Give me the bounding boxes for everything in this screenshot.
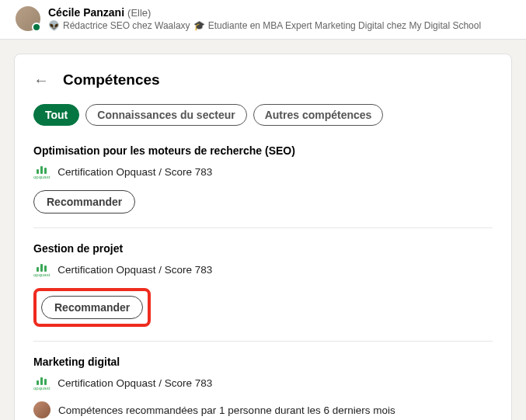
opquast-icon: opquast bbox=[33, 262, 50, 277]
tab-industry[interactable]: Connaissances du secteur bbox=[85, 104, 246, 126]
headline-part: Etudiante en MBA Expert Marketing Digita… bbox=[208, 20, 482, 31]
recommend-button[interactable]: Recommander bbox=[33, 190, 135, 213]
certification-row[interactable]: opquast Certification Opquast / Score 78… bbox=[33, 262, 493, 277]
presence-indicator-icon bbox=[32, 23, 41, 32]
opquast-icon: opquast bbox=[33, 376, 50, 390]
emoji-icon: 🎓 bbox=[193, 20, 205, 31]
certification-text: Certification Opquast / Score 783 bbox=[57, 264, 212, 276]
header-text: Cécile Panzani (Elle) 👽 Rédactrice SEO c… bbox=[48, 6, 481, 31]
profile-name[interactable]: Cécile Panzani bbox=[48, 6, 124, 19]
profile-headline: 👽 Rédactrice SEO chez Waalaxy 🎓 Etudiant… bbox=[48, 20, 481, 31]
tab-other[interactable]: Autres compétences bbox=[253, 104, 384, 126]
highlight-box: Recommander bbox=[33, 288, 151, 327]
recommend-button-label: Recommander bbox=[54, 301, 130, 314]
recommend-button[interactable]: Recommander bbox=[41, 296, 143, 319]
endorser-text: Compétences recommandées par 1 personne … bbox=[58, 404, 395, 416]
endorser-row[interactable]: Compétences recommandées par 1 personne … bbox=[33, 401, 493, 418]
headline-part: Rédactrice SEO chez Waalaxy bbox=[63, 20, 190, 31]
skill-title[interactable]: Optimisation pour les moteurs de recherc… bbox=[33, 144, 493, 157]
certification-text: Certification Opquast / Score 783 bbox=[57, 377, 212, 389]
skill-title[interactable]: Gestion de projet bbox=[33, 242, 493, 255]
tab-all[interactable]: Tout bbox=[33, 104, 79, 126]
profile-pronoun: (Elle) bbox=[127, 7, 151, 19]
skills-card: ← Compétences Tout Connaissances du sect… bbox=[14, 54, 512, 420]
skill-item: Gestion de projet opquast Certification … bbox=[33, 242, 493, 327]
divider bbox=[33, 227, 493, 228]
page-title: Compétences bbox=[63, 71, 160, 89]
divider bbox=[33, 341, 493, 342]
emoji-icon: 👽 bbox=[48, 20, 60, 31]
profile-header: Cécile Panzani (Elle) 👽 Rédactrice SEO c… bbox=[0, 0, 526, 40]
back-arrow-icon[interactable]: ← bbox=[33, 72, 49, 88]
opquast-icon: opquast bbox=[33, 165, 50, 179]
certification-row[interactable]: opquast Certification Opquast / Score 78… bbox=[33, 165, 493, 179]
certification-text: Certification Opquast / Score 783 bbox=[57, 166, 212, 178]
recommend-button-label: Recommander bbox=[47, 196, 122, 208]
skill-item: Marketing digital opquast Certification … bbox=[33, 356, 493, 420]
endorser-avatar-icon bbox=[33, 401, 51, 418]
certification-row[interactable]: opquast Certification Opquast / Score 78… bbox=[33, 376, 493, 390]
filter-tabs: Tout Connaissances du secteur Autres com… bbox=[33, 104, 493, 126]
skill-item: Optimisation pour les moteurs de recherc… bbox=[33, 144, 493, 213]
avatar[interactable] bbox=[16, 6, 40, 31]
skill-title[interactable]: Marketing digital bbox=[33, 356, 493, 368]
